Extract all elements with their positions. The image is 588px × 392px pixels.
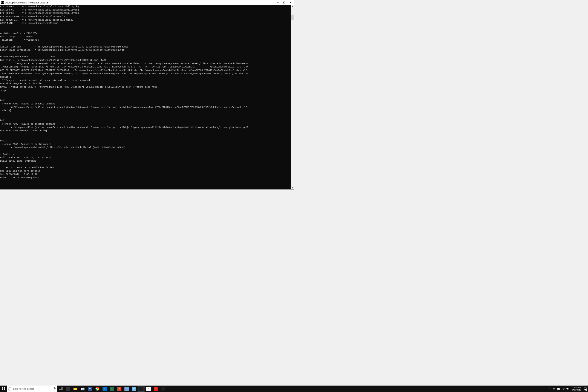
scroll-up-arrow[interactable] <box>291 5 294 8</box>
maximize-button[interactable] <box>281 0 287 5</box>
svg-marker-6 <box>292 188 293 188</box>
window-title: Developer Command Prompt for VS2015 <box>5 1 48 4</box>
scroll-down-arrow[interactable] <box>291 186 294 189</box>
minimize-button[interactable] <box>274 0 281 5</box>
cmd-window-icon: C:\ <box>1 1 4 4</box>
close-button[interactable] <box>287 0 294 5</box>
svg-marker-5 <box>292 6 293 7</box>
scroll-thumb[interactable] <box>291 14 294 20</box>
terminal-output[interactable]: ECP_SOURCE = c:\myworkspace\edk2\edkcomp… <box>0 5 291 189</box>
scroll-track[interactable] <box>291 8 294 186</box>
svg-rect-2 <box>284 2 285 3</box>
title-bar[interactable]: C:\ Developer Command Prompt for VS2015 <box>0 0 294 5</box>
vertical-scrollbar[interactable] <box>291 5 294 189</box>
app-window: C:\ Developer Command Prompt for VS2015 … <box>0 0 294 190</box>
